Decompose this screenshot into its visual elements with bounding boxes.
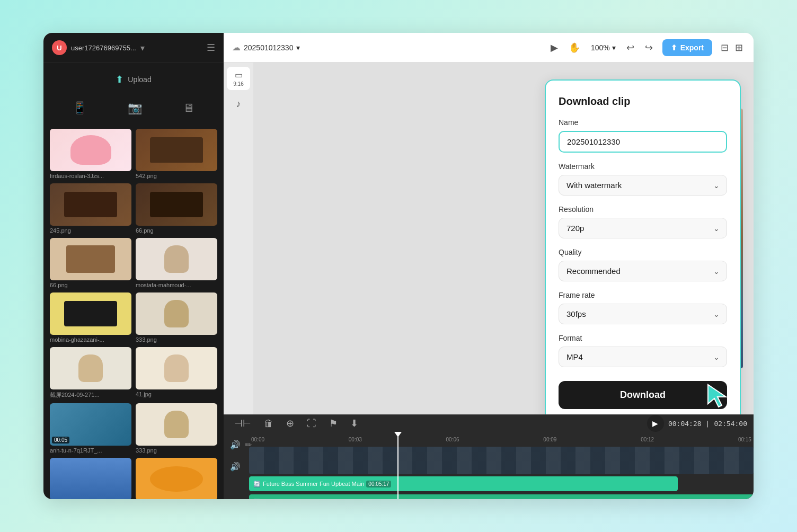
quality-label: Quality: [559, 248, 727, 256]
format-select-wrapper: MP4MOVWebM: [559, 347, 727, 367]
zoom-selector[interactable]: 100% ▾: [588, 40, 619, 55]
media-thumbnail: [136, 458, 217, 499]
export-label: Export: [680, 43, 704, 52]
list-item[interactable]: 41.jpg: [136, 347, 217, 399]
user-dropdown-icon[interactable]: ▾: [140, 43, 145, 53]
timeline-body: 🔊 ✏ 🔊 00:00 00:03 00:06 00:09: [224, 432, 754, 499]
upload-icon: ⬆: [116, 74, 123, 85]
timeline-tracks: 00:00 00:03 00:06 00:09 00:12 00:15: [249, 432, 754, 499]
quality-select[interactable]: RecommendedHighMediumLow: [559, 261, 727, 281]
aspect-ratio-tiktok[interactable]: ♪: [227, 92, 250, 116]
project-name[interactable]: ☁ 202501012330 ▾: [232, 42, 300, 52]
watermark-select-wrapper: With watermarkWithout watermark: [559, 175, 727, 196]
media-label: 截屏2024-09-271...: [50, 391, 131, 399]
name-input[interactable]: [559, 131, 727, 153]
list-item[interactable]: 542.png: [136, 129, 217, 179]
list-item[interactable]: 00:05 anh-tu-n-7q1RJT_...: [50, 403, 131, 454]
watermark-select[interactable]: With watermarkWithout watermark: [559, 175, 727, 196]
playback-controls: ▶ 00:04:28 | 02:54:00: [647, 415, 747, 432]
play-mode-button[interactable]: ▶: [547, 39, 561, 57]
flag-tool-button[interactable]: ⚑: [325, 415, 342, 431]
play-button[interactable]: ▶: [647, 415, 664, 432]
list-item[interactable]: 66.png: [50, 238, 131, 288]
trim-tool-button[interactable]: ⊣⊢: [230, 415, 255, 431]
list-item[interactable]: 333.png: [136, 403, 217, 454]
split-tool-button[interactable]: ⊕: [282, 415, 298, 431]
camera-device-icon[interactable]: 📷: [121, 98, 148, 118]
project-dropdown-icon: ▾: [296, 43, 300, 52]
delete-tool-button[interactable]: 🗑: [260, 416, 278, 431]
main-content: ☁ 202501012330 ▾ ▶ ✋ 100% ▾ ↩ ↪ ⬆ Export…: [224, 33, 754, 499]
audio-label-2: Future Bass Summer Fun Upbeat Main: [263, 499, 364, 499]
current-time: 00:04:28: [668, 420, 702, 428]
download-button[interactable]: Download: [559, 381, 727, 409]
ruler-mark: 00:00: [251, 437, 264, 442]
export-button[interactable]: ⬆ Export: [662, 39, 712, 56]
canvas-area: ▭ 9:16 ♪ Download clip Name: [224, 63, 754, 414]
framerate-select[interactable]: 30fps24fps60fps: [559, 304, 727, 324]
monitor-device-icon[interactable]: 🖥: [176, 98, 201, 118]
device-icons-row: 📱 📷 🖥: [43, 96, 224, 125]
video-volume-button[interactable]: 🔊: [228, 438, 243, 452]
ruler-mark: 00:15: [738, 437, 751, 442]
list-item[interactable]: mobina-ghazazani-...: [50, 292, 131, 343]
undo-button[interactable]: ↩: [623, 39, 637, 57]
upload-button[interactable]: ⬆ Upload: [52, 69, 215, 90]
media-label: 333.png: [136, 336, 217, 343]
list-item[interactable]: rmbg_3.jpg: [136, 458, 217, 499]
video-track-frames: [249, 447, 754, 474]
export-clip-button[interactable]: ⬇: [346, 415, 362, 431]
sidebar-header: U user172676969755... ▾ ☰: [43, 33, 224, 63]
sidebar-menu-icon[interactable]: ☰: [207, 42, 215, 54]
resolution-field-group: Resolution 720p1080p480p: [559, 205, 727, 238]
list-item[interactable]: 333.png: [136, 292, 217, 343]
export-icon: ⬆: [671, 43, 677, 52]
total-time: 02:54:00: [714, 420, 747, 428]
name-field-group: Name: [559, 118, 727, 153]
media-grid: firdaus-roslan-3Jzs... 542.png 245.png: [43, 125, 224, 499]
media-thumbnail: [136, 238, 217, 280]
audio-track-1[interactable]: 🔄 Future Bass Summer Fun Upbeat Main 00:…: [249, 476, 678, 491]
user-name-label: user172676969755...: [71, 44, 136, 52]
list-item[interactable]: 66.png: [136, 183, 217, 234]
media-thumbnail: [136, 183, 217, 226]
resolution-select[interactable]: 720p1080p480p: [559, 218, 727, 238]
layout-panel-button[interactable]: ⊟: [719, 40, 731, 56]
media-thumbnail: [50, 183, 131, 226]
hand-tool-button[interactable]: ✋: [565, 39, 583, 57]
list-item[interactable]: 245.png: [50, 183, 131, 234]
format-select[interactable]: MP4MOVWebM: [559, 347, 727, 367]
audio-refresh-icon: 🔄: [253, 481, 261, 487]
resolution-select-wrapper: 720p1080p480p: [559, 218, 727, 238]
timeline-ruler: 00:00 00:03 00:06 00:09 00:12 00:15: [249, 434, 754, 445]
framerate-select-wrapper: 30fps24fps60fps: [559, 304, 727, 324]
crop-tool-button[interactable]: ⛶: [303, 416, 321, 431]
media-label: firdaus-roslan-3Jzs...: [50, 173, 131, 179]
media-thumbnail: [136, 347, 217, 389]
video-track[interactable]: [249, 447, 754, 474]
media-label: mobina-ghazazani-...: [50, 336, 131, 343]
layout-split-button[interactable]: ⊞: [733, 40, 745, 56]
redo-button[interactable]: ↪: [642, 39, 656, 57]
list-item[interactable]: 截屏2024-09-271...: [50, 347, 131, 399]
playhead[interactable]: [397, 432, 398, 499]
ruler-mark: 00:03: [349, 437, 362, 442]
aspect-ratio-916[interactable]: ▭ 9:16: [227, 67, 250, 90]
name-label: Name: [559, 118, 727, 127]
audio-track-2[interactable]: 🔄 Future Bass Summer Fun Upbeat Main: [249, 494, 754, 499]
resolution-label: Resolution: [559, 205, 727, 214]
audio-volume-button[interactable]: 🔊: [228, 459, 243, 474]
list-item[interactable]: mostafa-mahmoud-...: [136, 238, 217, 288]
ruler-marks: 00:00 00:03 00:06 00:09 00:12 00:15: [251, 437, 751, 442]
video-duration: 00:05: [52, 437, 69, 444]
timeline-area: ⊣⊢ 🗑 ⊕ ⛶ ⚑ ⬇ ▶ 00:04:28 | 02:54:00 🔊: [224, 414, 754, 499]
project-name-label: 202501012330: [244, 43, 293, 52]
media-label: 542.png: [136, 173, 217, 179]
list-item[interactable]: firdaus-roslan-3Jzs...: [50, 129, 131, 179]
list-item[interactable]: kristian-egelund-8...: [50, 458, 131, 499]
sidebar: U user172676969755... ▾ ☰ ⬆ Upload 📱 📷 🖥: [43, 33, 224, 499]
media-label: 245.png: [50, 227, 131, 234]
mobile-device-icon[interactable]: 📱: [66, 98, 93, 118]
media-thumbnail: [50, 347, 131, 389]
media-thumbnail: [136, 129, 217, 171]
